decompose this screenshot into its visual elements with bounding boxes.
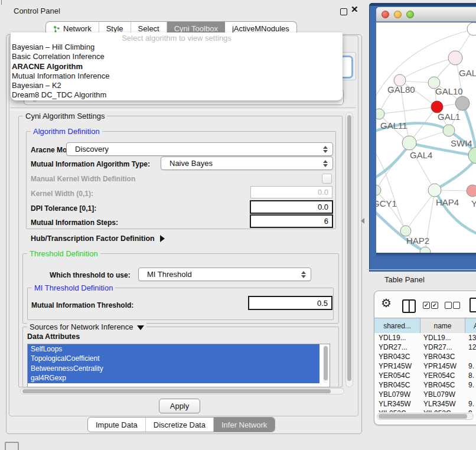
dropdown-item[interactable]: Dream8 DC_TDC Algorithm — [11, 90, 343, 100]
hub-section-toggle[interactable]: Hub/Transcription Factor Definition — [31, 234, 165, 243]
data-attributes-list[interactable]: SelfLoops TopologicalCoefficient Between… — [27, 344, 330, 387]
dropdown-item-selected[interactable]: ARACNE Algorithm — [11, 62, 343, 71]
node-label: HAP2 — [406, 236, 429, 246]
tab-impute-data[interactable]: Impute Data — [88, 418, 146, 432]
mi-threshold-input[interactable] — [248, 296, 332, 310]
group-title: Algorithm Definition — [31, 127, 102, 136]
table-row[interactable]: YER054CYER054C8. — [374, 371, 476, 380]
column-header-name[interactable]: name — [420, 318, 465, 334]
table-row[interactable]: YDL19...YDL19...13 — [374, 333, 476, 343]
settings-vertical-scrollbar[interactable] — [345, 112, 353, 387]
dpi-tolerance-input[interactable] — [250, 200, 333, 214]
node-label: GAL80 — [387, 84, 415, 94]
node-gal4[interactable] — [402, 136, 416, 150]
float-panel-icon[interactable] — [340, 8, 347, 15]
node-gal11[interactable] — [376, 109, 384, 119]
list-item[interactable]: SelfLoops — [28, 344, 319, 354]
node-salmon[interactable] — [467, 185, 476, 197]
columns-icon[interactable] — [402, 299, 416, 313]
node-green-large[interactable] — [468, 147, 476, 164]
which-threshold-combo[interactable]: MI Threshold — [138, 268, 311, 281]
manual-kernel-checkbox[interactable] — [322, 174, 332, 184]
table-row[interactable]: YBR043CYBR043C — [374, 352, 476, 361]
select-all-checkbox-icon[interactable]: ✓ — [423, 302, 430, 309]
column-header-partial[interactable]: A — [465, 318, 476, 334]
node-label: GAL — [459, 68, 476, 78]
mi-type-value: Naive Bayes — [169, 159, 213, 168]
node[interactable] — [467, 22, 476, 35]
table-header: shared... name A — [374, 318, 476, 334]
collapsed-arrow-icon[interactable] — [160, 235, 165, 242]
which-threshold-label: Which threshold to use: — [50, 271, 131, 279]
dropdown-item[interactable]: Bayesian – K2 — [11, 81, 343, 90]
node-label: GAL10 — [435, 86, 463, 96]
docked-panel-icon[interactable] — [5, 442, 19, 450]
aracne-mode-combo[interactable]: Discovery — [66, 142, 333, 156]
kernel-width-input[interactable] — [250, 186, 332, 198]
bottom-tabs: Impute Data Discretize Data Infer Networ… — [87, 417, 275, 432]
node-label: GAL4 — [410, 150, 432, 160]
sources-title: Sources for Network Inference — [30, 322, 133, 331]
group-title: Cyni Algorithm Settings — [23, 112, 107, 120]
table-body[interactable]: YDL19...YDL19...13 YDR27...YDR27...12 YB… — [374, 333, 476, 412]
node-hap4[interactable] — [428, 184, 441, 197]
table-row[interactable]: YBL079WYBL079W — [374, 390, 476, 399]
column-header-shared-name[interactable]: shared... — [374, 318, 420, 334]
group-title: MI Threshold Definition — [32, 283, 115, 292]
network-canvas[interactable]: GAL GAL80 GAL10 GAL1 GAL11 SWI4 GAL4 GCY… — [376, 22, 476, 253]
dropdown-item[interactable]: Basic Correlation Inference — [11, 52, 343, 61]
node-swi4[interactable] — [443, 125, 455, 136]
node-gcy1[interactable] — [376, 185, 381, 195]
node-labels: GAL GAL80 GAL10 GAL1 GAL11 SWI4 GAL4 GCY… — [376, 68, 476, 246]
mi-threshold-label: Mutual Information Threshold: — [31, 301, 133, 309]
dropdown-item[interactable]: Bayesian – Hill Climbing — [11, 43, 343, 52]
deselect-all-checkbox-icon[interactable] — [445, 302, 452, 309]
tab-discretize-data[interactable]: Discretize Data — [146, 418, 214, 432]
node-gal[interactable] — [448, 51, 462, 65]
expanded-arrow-icon[interactable] — [137, 325, 144, 330]
mi-steps-label: Mutual Information Steps: — [31, 219, 118, 227]
close-panel-icon[interactable]: ✕ — [351, 4, 358, 15]
divider — [366, 269, 476, 270]
table-row[interactable]: YLR345WYLR345W9. — [374, 399, 476, 409]
list-item[interactable]: TopologicalCoefficient — [28, 354, 319, 363]
tab-infer-network[interactable]: Infer Network — [214, 418, 275, 432]
zoom-window-icon[interactable] — [406, 11, 414, 18]
node-gray[interactable] — [455, 96, 470, 110]
deselect-all-checkbox-icon[interactable] — [453, 302, 460, 309]
table-row[interactable]: YIL052CYIL052C9 — [374, 409, 476, 412]
table-horizontal-scrollbar[interactable] — [377, 413, 474, 420]
panel-grip — [1, 0, 2, 5]
group-title[interactable]: Sources for Network Inference — [27, 322, 146, 331]
dpi-tolerance-label: DPI Tolerance [0,1]: — [31, 204, 96, 213]
node-selected-red[interactable] — [431, 101, 443, 113]
network-graph: GAL GAL80 GAL10 GAL1 GAL11 SWI4 GAL4 GCY… — [376, 22, 476, 253]
minimize-window-icon[interactable] — [394, 11, 402, 18]
list-item[interactable]: gal4RGexp — [28, 373, 319, 383]
node[interactable] — [420, 247, 431, 253]
algorithm-dropdown: Select algorithm to view settings Bayesi… — [11, 32, 343, 100]
mi-steps-input[interactable] — [250, 214, 333, 228]
function-builder-icon[interactable] — [470, 298, 476, 312]
settings-horizontal-scrollbar[interactable] — [20, 388, 344, 394]
spinner-arrows-icon — [323, 146, 328, 153]
dropdown-item[interactable]: Mutual Information Inference — [11, 71, 343, 81]
gear-icon[interactable]: ⚙ — [381, 297, 392, 309]
node-label: GCY1 — [376, 198, 397, 208]
mi-type-combo[interactable]: Naive Bayes — [161, 156, 333, 170]
aracne-mode-value: Discovery — [75, 145, 109, 154]
manual-kernel-label: Manual Kernel Width Definition — [31, 175, 135, 183]
select-all-checkbox-icon[interactable]: ✓ — [431, 302, 438, 309]
network-window-titlebar[interactable] — [376, 7, 476, 22]
hub-section-label: Hub/Transcription Factor Definition — [31, 234, 155, 243]
apply-button[interactable]: Apply — [159, 399, 200, 413]
table-row[interactable]: YBR045CYBR045C9. — [374, 380, 476, 390]
close-window-icon[interactable] — [382, 11, 389, 18]
list-scrollbar[interactable] — [323, 345, 328, 383]
splitter-collapse-icon[interactable] — [361, 218, 364, 224]
table-row[interactable]: YDR27...YDR27...12 — [374, 343, 476, 352]
list-item[interactable]: BetweennessCentrality — [28, 364, 319, 373]
canvas-shadow — [376, 253, 476, 257]
table-row[interactable]: YPR145WYPR145W9. — [374, 361, 476, 371]
node-hap2[interactable] — [400, 226, 411, 236]
